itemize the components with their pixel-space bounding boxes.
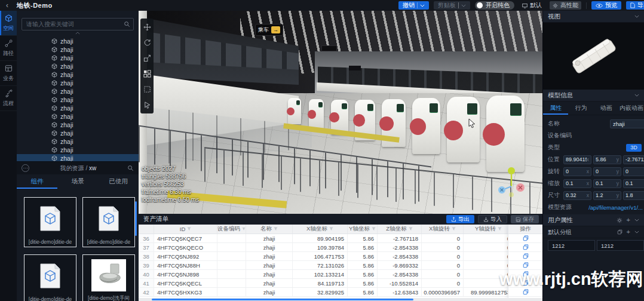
grid-tool-icon[interactable] <box>143 70 151 78</box>
pointer-tool-icon[interactable] <box>143 101 151 109</box>
tree-item[interactable]: zhaji <box>17 121 139 129</box>
table-row[interactable]: 384HF7CQ5NJ892zhaji106.4717535.86-2.8543… <box>139 252 542 261</box>
table-row[interactable]: 394HF7CQ5NJ88Hzhaji72.1310265.86-9.86933… <box>139 261 542 270</box>
solid-color-toggle[interactable]: 开启纯色 <box>475 1 514 10</box>
group-key-cell[interactable]: 1212 <box>548 240 595 251</box>
tree-item[interactable]: zhaji <box>17 96 139 104</box>
size-z-input[interactable]: 1.8z <box>623 191 644 200</box>
default-mode-chip[interactable]: 默认 <box>519 1 545 10</box>
table-row[interactable]: 404HF7CQ5NJ898zhaji102.1332145.86-2.8543… <box>139 270 542 279</box>
chevron-down-icon[interactable] <box>634 219 639 222</box>
scroll-up-icon[interactable] <box>17 32 139 36</box>
table-row[interactable]: 364HF7CQ5KQEC7zhaji89.9041955.86-2.76711… <box>139 234 542 243</box>
row-copy-button[interactable] <box>508 261 542 270</box>
row-copy-button[interactable] <box>508 252 542 261</box>
column-header[interactable]: 设备编码 <box>217 225 246 234</box>
column-header[interactable]: Y轴坐标 <box>348 225 378 234</box>
ticket-gate[interactable] <box>486 96 525 172</box>
add-icon[interactable]: + <box>627 217 630 223</box>
ticket-gate[interactable] <box>288 98 301 124</box>
tab-animation[interactable]: 动画 <box>594 102 619 115</box>
ticket-gate[interactable] <box>412 98 440 154</box>
gear-icon[interactable] <box>617 217 622 223</box>
user-props-header[interactable]: 用户属性 + <box>543 214 644 226</box>
group-value-cell[interactable]: 1212 <box>597 240 644 251</box>
type-3d-chip[interactable]: 3D <box>626 144 642 152</box>
column-header[interactable]: X轴旋转 <box>422 225 464 234</box>
position-z-input[interactable]: -2.76711z <box>623 155 644 164</box>
table-row[interactable]: 374HF7CQ5KQECOzhaji109.397845.86-2.85433… <box>139 243 542 252</box>
tab-embedded-animation[interactable]: 内嵌动画 <box>619 102 644 115</box>
performance-chip[interactable]: 高性能 <box>550 1 581 10</box>
scale-y-input[interactable]: 0.1y <box>593 179 621 188</box>
horizontal-scrollbar[interactable] <box>139 298 542 301</box>
default-group-header[interactable]: 默认分组 + <box>543 226 644 238</box>
asset-card[interactable]: [ditie-demo]ditie-de <box>24 254 76 301</box>
rail-item-business[interactable]: 业务 <box>0 61 17 86</box>
ticket-gate[interactable] <box>309 99 324 129</box>
scrollbar[interactable] <box>135 201 137 236</box>
rail-item-space[interactable]: 空间 <box>0 11 17 36</box>
model-info-header[interactable]: 模型信息 <box>543 90 644 102</box>
row-copy-button[interactable] <box>508 279 542 288</box>
export-scene-button[interactable]: 导出 <box>626 1 644 10</box>
tab-properties[interactable]: 属性 <box>543 102 568 115</box>
tree-item[interactable]: zhaji <box>17 79 139 87</box>
view-section-header[interactable]: 视图 <box>543 11 644 23</box>
asset-card[interactable]: [ditie-demo]ditie-de <box>24 197 76 247</box>
size-x-input[interactable]: 0.32x <box>563 191 591 200</box>
table-save-button[interactable]: 保存 <box>511 215 539 223</box>
tree-item[interactable]: zhaji <box>17 87 139 96</box>
row-copy-button[interactable] <box>508 270 542 279</box>
column-header[interactable]: Z轴坐标 <box>378 225 422 234</box>
column-header[interactable]: X轴坐标 <box>293 225 348 234</box>
chevron-down-icon[interactable] <box>634 94 639 97</box>
column-header[interactable]: ID <box>154 225 217 234</box>
row-copy-button[interactable] <box>508 234 542 243</box>
column-header[interactable]: 名称 <box>246 225 293 234</box>
row-copy-button[interactable] <box>508 288 542 297</box>
resource-menu-icon[interactable]: ⋯ <box>22 164 29 172</box>
copy-icon[interactable] <box>617 229 622 235</box>
tree-item[interactable]: zhaji <box>17 146 139 154</box>
tab-components[interactable]: 组件 <box>17 174 57 189</box>
table-row[interactable]: 424HF7CQ5HXKG3zhaji32.8299255.86-12.6384… <box>139 288 542 297</box>
asset-card[interactable]: [ditie-demo]ditie-de <box>82 197 135 247</box>
row-copy-button[interactable] <box>508 243 542 252</box>
tab-scenes[interactable]: 场景 <box>57 174 98 189</box>
tree-item[interactable]: zhaji <box>17 112 139 121</box>
clipboard-button[interactable]: 剪贴板 <box>434 1 470 10</box>
tab-used[interactable]: 已使用 <box>98 174 139 189</box>
model-resource-link[interactable]: /api/filemanager/v1/... <box>588 204 643 211</box>
size-y-input[interactable]: 1.2y <box>593 191 621 200</box>
position-x-input[interactable]: 89.90415x <box>563 155 591 164</box>
tree-item[interactable]: zhaji <box>17 70 139 79</box>
name-input[interactable]: zhaji <box>610 119 644 128</box>
position-y-input[interactable]: 5.86y <box>593 155 621 164</box>
move-tool-icon[interactable] <box>143 23 151 31</box>
table-export-button[interactable]: 导出 <box>446 215 474 223</box>
tree-item[interactable]: zhaji <box>17 37 139 45</box>
rail-item-flow[interactable]: 流程 <box>0 86 17 111</box>
ticket-gate[interactable] <box>447 97 480 162</box>
table-import-button[interactable]: 导入 <box>478 215 507 223</box>
tree-item[interactable]: zhaji <box>17 137 139 146</box>
tree-item[interactable]: zhaji <box>17 45 139 54</box>
asset-card[interactable]: [ditie-demo]洗手间 <box>82 254 135 301</box>
tree-item[interactable]: zhaji <box>17 62 139 70</box>
tree-item[interactable]: zhaji <box>17 104 139 112</box>
viewport-3d[interactable]: 乘车 → objects 2027 triangles 588756 verti… <box>139 11 542 214</box>
resource-search-icon[interactable] <box>127 165 134 171</box>
model-preview[interactable] <box>543 23 644 90</box>
tab-behavior[interactable]: 行为 <box>568 102 593 115</box>
rotate-tool-icon[interactable] <box>143 39 151 47</box>
rail-item-path[interactable]: 路径 <box>0 36 17 61</box>
box-select-tool-icon[interactable] <box>143 85 151 93</box>
tree-item[interactable]: zhaji <box>17 129 139 137</box>
search-icon[interactable] <box>124 21 130 27</box>
column-header[interactable]: Y轴旋转 <box>464 225 514 234</box>
scrollbar-thumb[interactable] <box>152 299 413 300</box>
scale-z-input[interactable]: 0.1z <box>623 179 644 188</box>
rotation-z-input[interactable]: 0z <box>623 167 644 176</box>
table-row[interactable]: 414HF7CQ5KQECLzhaji84.1197135.86-10.5528… <box>139 279 542 288</box>
